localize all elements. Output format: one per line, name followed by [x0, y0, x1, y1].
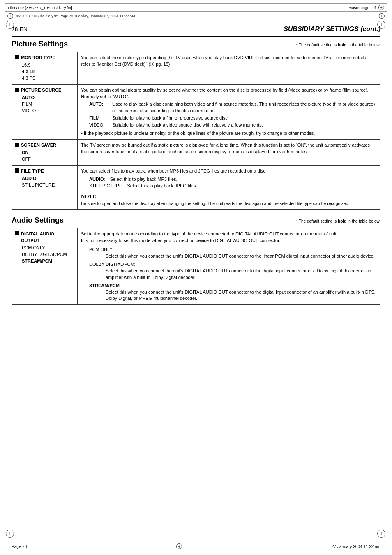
sub-header: XVC27U_10Subsidiary.fm Page 78 Tuesday, …	[5, 12, 387, 20]
corner-mark-tl: +	[6, 21, 15, 30]
header-bar: Filename [XVC27U_10Subsidiary.fm] Master…	[5, 3, 387, 12]
digital-audio-cell: DIGITAL AUDIO OUTPUT PCM ONLY DOLBY DIGI…	[12, 228, 78, 305]
footer-date-label: 27 January 2004 11:22 am	[332, 544, 380, 549]
screen-saver-cell: SCREEN SAVER ON OFF	[12, 140, 78, 166]
subline-label: XVC27U_10Subsidiary.fm Page 78 Tuesday, …	[16, 14, 135, 18]
page-title-row: 78 EN SUBSIDIARY SETTINGS (cont.)	[12, 21, 380, 37]
picture-source-desc: You can obtain optimal picture quality b…	[78, 84, 380, 140]
corner-mark-tr: +	[377, 21, 386, 30]
file-type-cell: FILE TYPE AUDIO STILL PICTURE	[12, 166, 78, 210]
table-row: FILE TYPE AUDIO STILL PICTURE You can se…	[12, 166, 380, 210]
table-row: PICTURE SOURCE AUTO FILM VIDEO You can o…	[12, 84, 380, 140]
screen-saver-desc: The TV screen may be burned out if a sta…	[78, 140, 380, 166]
audio-settings-section: Audio Settings * The default setting is …	[12, 216, 380, 305]
picture-settings-section: Picture Settings * The default setting i…	[12, 40, 380, 210]
digital-audio-desc: Set to the appropriate mode according to…	[78, 228, 380, 305]
sub-header-crosshair-left	[7, 13, 13, 19]
audio-default-note: * The default setting is bold in the tab…	[296, 219, 381, 223]
masterpage-crosshair	[378, 5, 384, 10]
monitor-type-desc: You can select the monitor type dependin…	[78, 52, 380, 85]
page-number-suffix: EN	[18, 26, 28, 32]
picture-settings-table: MONITOR TYPE 16:9 4:3 LB 4:3 PS You can …	[12, 52, 380, 210]
picture-settings-heading: Picture Settings	[12, 40, 68, 48]
table-row: SCREEN SAVER ON OFF The TV screen may be…	[12, 140, 380, 166]
note-box: NOTE: Be sure to open and close the disc…	[81, 193, 377, 207]
table-row: DIGITAL AUDIO OUTPUT PCM ONLY DOLBY DIGI…	[12, 228, 380, 305]
monitor-type-cell: MONITOR TYPE 16:9 4:3 LB 4:3 PS	[12, 52, 78, 85]
note-title: NOTE:	[81, 193, 377, 200]
masterpage-label: Masterpage:Left	[348, 5, 384, 10]
sub-header-crosshair-right	[379, 13, 385, 19]
footer: Page 78 27 January 2004 11:22 am	[12, 543, 380, 549]
corner-mark-br: +	[377, 530, 386, 539]
main-content: 78 EN SUBSIDIARY SETTINGS (cont.) Pictur…	[12, 21, 380, 305]
corner-mark-bl: +	[6, 530, 15, 539]
picture-source-cell: PICTURE SOURCE AUTO FILM VIDEO	[12, 84, 78, 140]
footer-crosshair	[176, 543, 182, 549]
table-row: MONITOR TYPE 16:9 4:3 LB 4:3 PS You can …	[12, 52, 380, 85]
audio-settings-heading: Audio Settings	[12, 216, 64, 225]
picture-default-note: * The default setting is bold in the tab…	[296, 43, 381, 47]
filename-label: Filename [XVC27U_10Subsidiary.fm]	[8, 5, 72, 10]
file-type-desc: You can select files to play back, when …	[78, 166, 380, 210]
note-text: Be sure to open and close the disc tray …	[81, 200, 377, 207]
footer-page-label: Page 78	[12, 544, 27, 549]
section-title: SUBSIDIARY SETTINGS (cont.)	[284, 25, 380, 33]
audio-settings-table: DIGITAL AUDIO OUTPUT PCM ONLY DOLBY DIGI…	[12, 228, 380, 305]
